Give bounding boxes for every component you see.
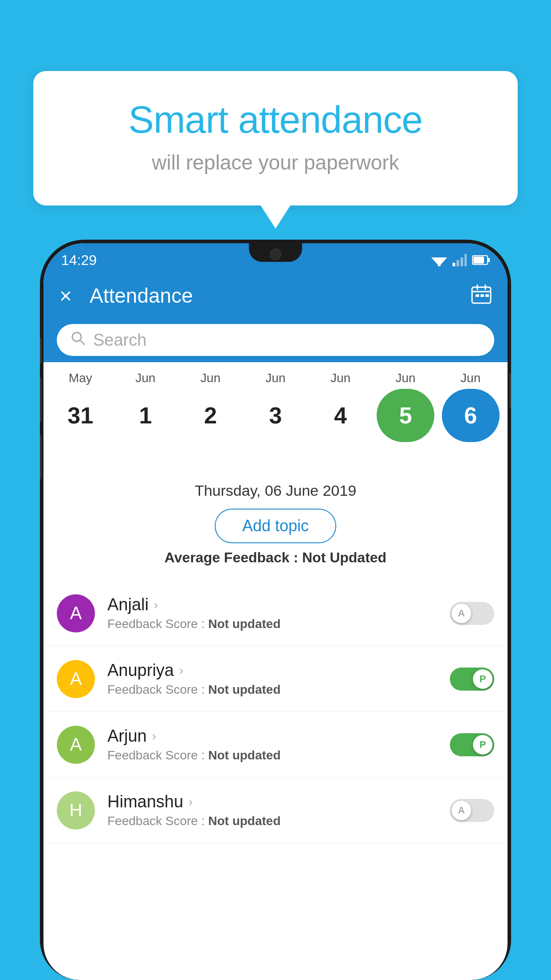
svg-rect-4 [453, 263, 455, 266]
toggle-container-1[interactable]: P [450, 668, 494, 691]
student-name-2: Arjun › [107, 727, 441, 746]
toggle-container-2[interactable]: P [450, 733, 494, 756]
date-month-2: Jun [181, 371, 239, 385]
search-icon [70, 330, 86, 350]
toggle-knob-3: A [452, 801, 471, 820]
svg-line-20 [80, 340, 85, 345]
attendance-toggle-2[interactable]: P [450, 733, 494, 756]
date-month-3: Jun [247, 371, 304, 385]
attendance-toggle-1[interactable]: P [450, 668, 494, 691]
student-feedback-2: Feedback Score : Not updated [107, 748, 441, 763]
student-feedback-value-3: Not updated [208, 814, 280, 828]
power-button [40, 337, 42, 364]
wifi-icon [431, 254, 447, 266]
app-screen: 14:29 [43, 243, 508, 980]
calendar-icon[interactable] [471, 284, 492, 308]
selected-date-info: Thursday, 06 June 2019 [43, 473, 508, 504]
svg-rect-5 [457, 260, 459, 266]
student-info-0: Anjali ›Feedback Score : Not updated [107, 595, 441, 631]
status-time: 14:29 [61, 249, 97, 269]
date-day-3[interactable]: 3 [247, 389, 304, 442]
camera [270, 249, 281, 260]
date-months-row: MayJunJunJunJunJunJun [43, 371, 508, 385]
speech-bubble-container: Smart attendance will replace your paper… [33, 71, 518, 205]
date-day-2[interactable]: 2 [181, 389, 239, 442]
svg-rect-17 [480, 294, 484, 297]
student-avatar-1: A [57, 660, 95, 698]
average-feedback: Average Feedback : Not Updated [43, 549, 508, 566]
search-input[interactable]: Search [93, 331, 146, 350]
student-chevron-0: › [154, 598, 158, 612]
student-info-1: Anupriya ›Feedback Score : Not updated [107, 661, 441, 697]
student-list: AAnjali ›Feedback Score : Not updatedAAA… [43, 581, 508, 980]
date-day-6[interactable]: 6 [442, 389, 500, 442]
date-month-4: Jun [312, 371, 370, 385]
date-scroller[interactable]: MayJunJunJunJunJunJun 31123456 [43, 362, 508, 447]
add-topic-button[interactable]: Add topic [215, 509, 336, 543]
student-chevron-2: › [152, 729, 156, 743]
date-month-6: Jun [442, 371, 500, 385]
header-title: Attendance [90, 284, 471, 308]
avg-feedback-label: Average Feedback : [165, 549, 302, 565]
phone-inner: 14:29 [43, 243, 508, 980]
date-days-row: 31123456 [43, 389, 508, 442]
volume-down-button [40, 435, 42, 479]
toggle-knob-0: A [452, 604, 471, 623]
student-feedback-value-2: Not updated [208, 748, 280, 762]
toggle-container-0[interactable]: A [450, 602, 494, 625]
student-chevron-3: › [189, 795, 193, 809]
svg-rect-7 [464, 254, 467, 266]
student-avatar-0: A [57, 594, 95, 632]
student-feedback-0: Feedback Score : Not updated [107, 617, 441, 631]
volume-button [509, 373, 511, 408]
date-month-5: Jun [377, 371, 434, 385]
battery-icon [472, 255, 490, 265]
svg-rect-11 [488, 258, 490, 262]
date-month-0: May [51, 371, 109, 385]
student-item-2[interactable]: AArjun ›Feedback Score : Not updatedP [43, 712, 508, 778]
student-chevron-1: › [179, 664, 183, 678]
student-feedback-value-0: Not updated [208, 617, 280, 631]
student-feedback-3: Feedback Score : Not updated [107, 814, 441, 828]
speech-bubble: Smart attendance will replace your paper… [33, 71, 518, 205]
student-name-3: Himanshu › [107, 792, 441, 811]
student-feedback-1: Feedback Score : Not updated [107, 683, 441, 697]
date-day-5[interactable]: 5 [377, 389, 434, 442]
notch [249, 243, 302, 262]
attendance-toggle-3[interactable]: A [450, 799, 494, 822]
date-day-0[interactable]: 31 [51, 389, 109, 442]
student-avatar-3: H [57, 791, 95, 830]
student-name-1: Anupriya › [107, 661, 441, 680]
student-item-1[interactable]: AAnupriya ›Feedback Score : Not updatedP [43, 646, 508, 712]
toggle-knob-2: P [473, 735, 492, 755]
volume-up-button [40, 377, 42, 422]
app-header: × Attendance [43, 273, 508, 318]
svg-rect-18 [485, 294, 489, 297]
svg-rect-16 [476, 294, 479, 297]
student-name-0: Anjali › [107, 595, 441, 614]
date-month-1: Jun [117, 371, 174, 385]
student-item-0[interactable]: AAnjali ›Feedback Score : Not updatedA [43, 581, 508, 646]
search-bar: Search [43, 318, 508, 362]
student-info-2: Arjun ›Feedback Score : Not updated [107, 727, 441, 763]
student-feedback-value-1: Not updated [208, 683, 280, 696]
close-button[interactable]: × [59, 284, 72, 308]
avg-feedback-value: Not Updated [302, 549, 386, 565]
bubble-title: Smart attendance [69, 98, 482, 142]
svg-rect-10 [473, 257, 484, 264]
selected-date-text: Thursday, 06 June 2019 [195, 482, 356, 499]
attendance-toggle-0[interactable]: A [450, 602, 494, 625]
phone-frame: 14:29 [40, 240, 511, 980]
date-day-1[interactable]: 1 [117, 389, 174, 442]
toggle-container-3[interactable]: A [450, 799, 494, 822]
bubble-subtitle: will replace your paperwork [69, 150, 482, 174]
student-avatar-2: A [57, 726, 95, 764]
signal-icon [453, 254, 467, 266]
status-icons [431, 250, 490, 266]
toggle-knob-1: P [473, 669, 492, 689]
search-input-container[interactable]: Search [57, 324, 494, 356]
date-day-4[interactable]: 4 [312, 389, 370, 442]
svg-rect-6 [460, 257, 463, 266]
student-info-3: Himanshu ›Feedback Score : Not updated [107, 792, 441, 828]
student-item-3[interactable]: HHimanshu ›Feedback Score : Not updatedA [43, 778, 508, 843]
